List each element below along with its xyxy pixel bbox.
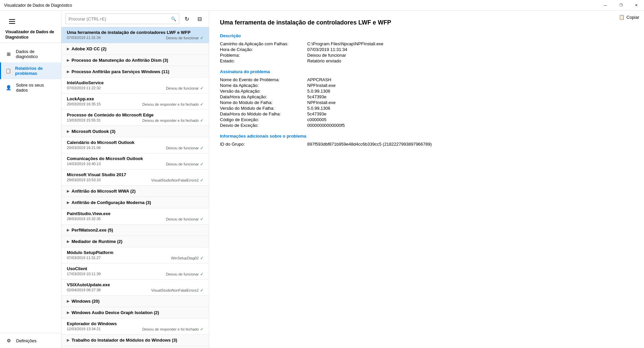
list-item[interactable]: PaintStudio.View.exe 28/03/2019 15:32:35… xyxy=(61,208,209,225)
list-item[interactable]: Microsoft Visual Studio 2017 29/03/2019 … xyxy=(61,169,209,186)
status-text: Deixou de funcionar xyxy=(166,146,199,150)
detail-row: Nome do Evento de Problema: APPCRASH xyxy=(220,77,633,83)
list-group-header[interactable]: ▶ Microsoft Outlook (3) xyxy=(61,126,209,137)
list-group-item[interactable]: ▶ Anfitrião do Microsoft WWA (2) xyxy=(61,186,209,197)
list-item-status: Deixou de funcionar ✓ xyxy=(166,36,203,40)
list-item-title: PaintStudio.View.exe xyxy=(67,211,203,216)
list-group-item[interactable]: ▶ Microsoft Outlook (3) xyxy=(61,126,209,137)
chevron-right-icon: ▶ xyxy=(67,58,70,62)
list-group-item[interactable]: ▶ Trabalho do Instalador de Módulos do W… xyxy=(61,335,209,346)
list-group-header[interactable]: ▶ Mediador de Runtime (2) xyxy=(61,236,209,247)
chevron-right-icon: ▶ xyxy=(67,70,70,73)
list-item-title: UsoClient xyxy=(67,266,203,271)
filter-button[interactable]: ⊟ xyxy=(194,13,205,24)
close-button[interactable]: ✕ xyxy=(629,0,644,11)
search-icon[interactable]: 🔍 xyxy=(171,16,176,21)
sidebar-item-problems[interactable]: 📋 Relatórios de problemas xyxy=(0,62,61,79)
sidebar-item-diagnostics[interactable]: ⊞ Dados de diagnóstico xyxy=(0,46,61,62)
list-group-item[interactable]: ▶ Processo de Manutenção do Anfitrião Di… xyxy=(61,55,209,66)
minimize-button[interactable]: — xyxy=(598,0,613,11)
detail-table: Caminho da Aplicação com Falhas: C:\Prog… xyxy=(220,41,633,64)
detail-row: Versão da Aplicação: 5.0.99.1306 xyxy=(220,88,633,94)
list-group-item[interactable]: ▶ Windows (20) xyxy=(61,296,209,307)
list-item[interactable]: LockApp.exe 20/03/2019 16:35:15 Deixou d… xyxy=(61,94,209,110)
search-box[interactable]: 🔍 xyxy=(65,13,179,24)
list-group-item[interactable]: ▶ Anfitrião de Configuração Moderna (3) xyxy=(61,197,209,208)
copy-button[interactable]: 📋 Copiar xyxy=(614,13,644,21)
field-label: Versão do Módulo de Falha: xyxy=(220,105,307,111)
list-item-status: VisualStudioNonFatalErrors2 ✓ xyxy=(151,178,203,183)
list-group-header[interactable]: ▶ Adobe XD CC (2) xyxy=(61,43,209,54)
list-item-meta: 07/03/2019 11:22:32 Deixou de funcionar … xyxy=(67,86,203,91)
check-icon: ✓ xyxy=(200,162,203,166)
list-scroll[interactable]: Uma ferramenta de instalação de controla… xyxy=(61,27,209,348)
list-item-meta: 17/03/2019 10:11:39 Deixou de funcionar … xyxy=(67,272,203,277)
list-item-date: 20/03/2019 16:35:15 xyxy=(67,102,101,107)
detail-row: Estado: Relatório enviado xyxy=(220,58,633,64)
chevron-right-icon: ▶ xyxy=(67,299,70,303)
group-title: Anfitrião de Configuração Moderna (3) xyxy=(72,200,151,205)
hamburger-icon xyxy=(9,19,15,24)
sidebar-item-mydata[interactable]: 👤 Sobre os seus dados xyxy=(0,79,61,96)
list-group-header[interactable]: ▶ Anfitrião do Microsoft WWA (2) xyxy=(61,186,209,197)
main-content: 🔍 ↻ ⊟ Uma ferramenta de instalação de co… xyxy=(61,11,644,348)
maximize-button[interactable]: ❐ xyxy=(613,0,629,11)
list-group-item[interactable]: ▶ Processo Anfitrião para Serviços Windo… xyxy=(61,66,209,78)
list-item-status: Deixou de responder e foi fechado ✓ xyxy=(142,327,203,332)
list-item[interactable]: Comunicações do Microsoft Outlook 14/03/… xyxy=(61,153,209,169)
list-item-date: 07/03/2019 11:31:34 xyxy=(67,36,101,40)
sidebar-item-label: Sobre os seus dados xyxy=(16,83,56,93)
check-icon: ✓ xyxy=(200,256,203,260)
check-icon: ✓ xyxy=(200,272,203,277)
group-title: Mediador de Runtime (2) xyxy=(72,239,123,244)
list-group-item[interactable]: ▶ Windows Audio Device Graph Isolation (… xyxy=(61,307,209,318)
list-item-date: 07/03/2019 11:22:32 xyxy=(67,86,101,91)
list-group-item[interactable]: ▶ PerfWatson2.exe (5) xyxy=(61,225,209,236)
list-item[interactable]: IntelAudioService 07/03/2019 11:22:32 De… xyxy=(61,78,209,94)
list-item[interactable]: Processo de Conteúdo do Microsoft Edge 1… xyxy=(61,110,209,126)
detail-section-signature: Assinatura do problema Nome do Evento de… xyxy=(220,69,633,128)
status-text: Deixou de funcionar xyxy=(166,36,199,40)
check-icon: ✓ xyxy=(200,288,203,293)
list-item-meta: 29/03/2019 10:53:10 VisualStudioNonFatal… xyxy=(67,178,203,183)
status-text: Deixou de responder e foi fechado xyxy=(142,102,199,106)
list-item-meta: 20/03/2019 16:21:06 Deixou de funcionar … xyxy=(67,146,203,150)
section-title: Descrição xyxy=(220,33,633,38)
list-group-header[interactable]: ▶ PerfWatson2.exe (5) xyxy=(61,225,209,236)
list-group-header[interactable]: ▶ Processo Anfitrião para Serviços Windo… xyxy=(61,66,209,77)
list-group-header[interactable]: ▶ Processo de Manutenção do Anfitrião Di… xyxy=(61,55,209,66)
field-label: Data/Hora da Aplicação: xyxy=(220,94,307,100)
refresh-button[interactable]: ↻ xyxy=(181,13,192,24)
check-icon: ✓ xyxy=(200,217,203,221)
sidebar-item-label: Relatórios de problemas xyxy=(15,66,56,76)
app-title: Visualizador de Dados de Diagnóstico xyxy=(4,3,72,8)
detail-row: Hora de Criação: 07/03/2019 11:31:34 xyxy=(220,47,633,52)
list-item[interactable]: Calendário do Microsoft Outlook 20/03/20… xyxy=(61,137,209,153)
list-panel: 🔍 ↻ ⊟ Uma ferramenta de instalação de co… xyxy=(61,11,209,348)
list-group-header[interactable]: ▶ Anfitrião de Configuração Moderna (3) xyxy=(61,197,209,208)
list-group-header[interactable]: ▶ Windows (20) xyxy=(61,296,209,307)
list-item-title: Uma ferramenta de instalação de controla… xyxy=(67,30,203,35)
detail-table: Nome do Evento de Problema: APPCRASH Nom… xyxy=(220,77,633,128)
list-item[interactable]: Uma ferramenta de instalação de controla… xyxy=(61,27,209,43)
list-item-date: 29/03/2019 10:53:10 xyxy=(67,178,101,183)
list-group-item[interactable]: ▶ Adobe XD CC (2) xyxy=(61,43,209,55)
list-item[interactable]: UsoClient 17/03/2019 10:11:39 Deixou de … xyxy=(61,263,209,280)
search-input[interactable] xyxy=(68,16,171,21)
list-item-title: LockApp.exe xyxy=(67,96,203,101)
list-group-item[interactable]: ▶ Mediador de Runtime (2) xyxy=(61,236,209,247)
list-group-header[interactable]: ▶ Trabalho do Instalador de Módulos do W… xyxy=(61,335,209,346)
check-icon: ✓ xyxy=(200,36,203,40)
list-item[interactable]: VSIXAutoUpdate.exe 02/04/2019 08:27:38 V… xyxy=(61,280,209,296)
field-label: Caminho da Aplicação com Falhas: xyxy=(220,41,307,47)
list-item[interactable]: Explorador do Windows 12/03/2019 13:34:2… xyxy=(61,318,209,335)
list-item-date: 12/03/2019 13:34:21 xyxy=(67,327,101,332)
window-controls: — ❐ ✕ xyxy=(598,0,644,11)
hamburger-menu[interactable] xyxy=(5,15,19,28)
chevron-right-icon: ▶ xyxy=(67,240,70,243)
field-value: 897f593dbf871b959e48d4cc6b339cc5 (218222… xyxy=(307,141,633,147)
list-item[interactable]: Módulo SetupPlatform 07/03/2019 11:31:27… xyxy=(61,247,209,263)
settings-footer[interactable]: ⚙ Definições xyxy=(0,333,61,348)
field-value: 00000000000000f5 xyxy=(307,122,633,128)
list-group-header[interactable]: ▶ Windows Audio Device Graph Isolation (… xyxy=(61,307,209,318)
